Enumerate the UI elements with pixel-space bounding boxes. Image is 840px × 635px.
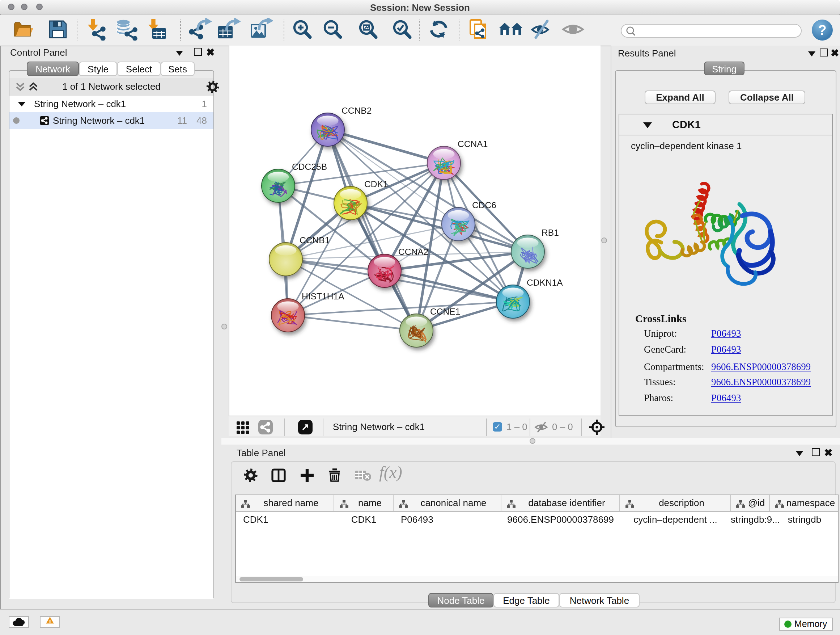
svg-text:CDK1: CDK1 (364, 179, 388, 189)
svg-text:CCNE1: CCNE1 (430, 307, 460, 317)
svg-text:CCNB2: CCNB2 (341, 106, 371, 116)
svg-text:CDC25B: CDC25B (292, 162, 327, 172)
svg-text:CCNA2: CCNA2 (398, 247, 428, 257)
svg-text:CDKN1A: CDKN1A (527, 278, 563, 287)
svg-text:CCNA1: CCNA1 (458, 139, 488, 149)
svg-text:CDC6: CDC6 (472, 200, 496, 210)
svg-text:HIST1H1A: HIST1H1A (302, 291, 344, 301)
svg-text:CCNB1: CCNB1 (300, 235, 330, 245)
svg-text:RB1: RB1 (542, 228, 559, 238)
